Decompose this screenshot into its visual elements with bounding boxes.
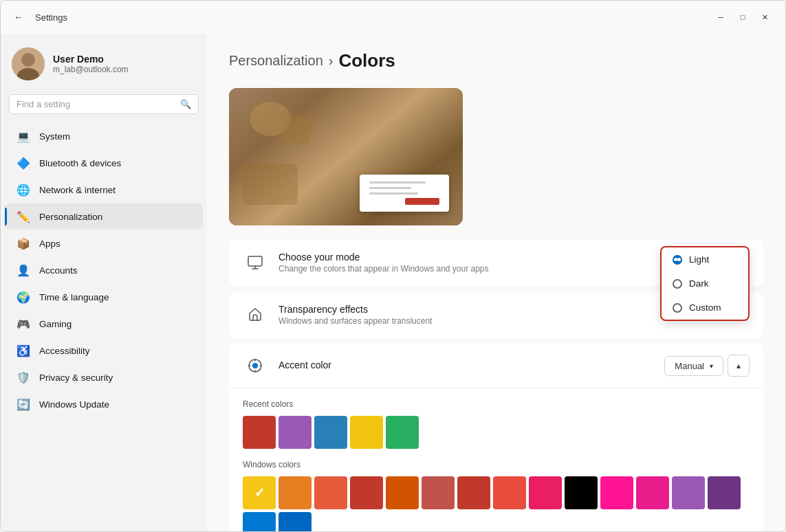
sidebar-label-personalization: Personalization [39,212,102,222]
page-header: Personalization › Colors [229,50,763,71]
sidebar: User Demo m_lab@outlook.com 🔍 💻 System 🔷… [1,34,207,531]
network-icon: 🌐 [16,182,31,197]
mode-option-light[interactable]: Light [662,247,748,271]
windows-color-7[interactable] [493,476,526,509]
mode-dark-label: Dark [689,278,709,289]
content-area: User Demo m_lab@outlook.com 🔍 💻 System 🔷… [1,34,785,531]
sidebar-label-system: System [39,131,70,142]
mode-icon [243,250,268,275]
svg-point-1 [21,53,35,67]
avatar [12,47,45,80]
sidebar-item-time[interactable]: 🌍 Time & language [5,284,203,310]
sidebar-item-accessibility[interactable]: ♿ Accessibility [5,337,203,364]
radio-light [673,255,682,265]
mode-option-dark[interactable]: Dark [662,271,748,296]
sidebar-item-apps[interactable]: 📦 Apps [5,230,203,256]
sidebar-item-network[interactable]: 🌐 Network & internet [5,177,203,203]
nav-list: 💻 System 🔷 Bluetooth & devices 🌐 Network… [1,122,207,418]
sidebar-item-bluetooth[interactable]: 🔷 Bluetooth & devices [5,150,203,176]
sidebar-item-accounts[interactable]: 👤 Accounts [5,257,203,283]
window-title: Settings [35,12,67,23]
svg-rect-3 [248,256,262,266]
recent-color-4[interactable] [386,416,419,449]
windows-color-8[interactable] [529,476,562,509]
sidebar-item-personalization[interactable]: ✏️ Personalization [5,203,203,230]
accent-dropdown-label: Manual [675,361,704,371]
system-icon: 💻 [16,129,31,144]
preview-background [229,88,463,225]
mode-option-custom[interactable]: Custom [662,296,748,320]
breadcrumb-separator: › [329,53,334,69]
user-email: m_lab@outlook.com [53,65,129,74]
windows-color-9[interactable] [565,476,598,509]
windows-color-14[interactable] [243,512,276,531]
title-bar: ← Settings ─ □ ✕ [1,1,785,34]
sidebar-item-gaming[interactable]: 🎮 Gaming [5,311,203,337]
recent-color-2[interactable] [314,416,347,449]
windows-color-13[interactable] [708,476,741,509]
recent-color-3[interactable] [350,416,383,449]
sidebar-item-update[interactable]: 🔄 Windows Update [5,391,203,417]
personalization-icon: ✏️ [16,209,31,224]
windows-color-2[interactable] [314,476,347,509]
recent-colors-swatches [243,416,750,449]
sidebar-label-bluetooth: Bluetooth & devices [39,158,121,168]
accent-controls: Manual ▾ ▴ [664,355,750,377]
accent-body: Recent colors Windows colors ✓ [229,388,763,531]
main-content: Personalization › Colors [207,34,785,531]
windows-color-1[interactable] [279,476,312,509]
minimize-button[interactable]: ─ [711,8,730,27]
search-box[interactable]: 🔍 [9,94,199,114]
recent-color-0[interactable] [243,416,276,449]
user-info: User Demo m_lab@outlook.com [53,54,129,74]
accent-icon [243,353,268,378]
windows-colors-label: Windows colors [243,460,750,469]
sidebar-label-accessibility: Accessibility [39,346,90,356]
windows-color-15[interactable] [279,512,312,531]
search-icon: 🔍 [180,99,191,109]
radio-dark [673,279,682,289]
windows-color-10[interactable] [600,476,633,509]
sidebar-label-update: Windows Update [39,399,109,410]
windows-colors-swatches: ✓ [243,476,750,531]
accent-dropdown-btn[interactable]: Manual ▾ [664,356,723,376]
chevron-down-icon: ▾ [710,362,713,370]
accounts-icon: 👤 [16,263,31,278]
svg-point-5 [252,363,258,368]
chevron-up-icon: ▴ [736,361,741,370]
gaming-icon: 🎮 [16,316,31,331]
title-bar-controls: ─ □ ✕ [711,8,774,27]
recent-color-1[interactable] [279,416,312,449]
user-profile[interactable]: User Demo m_lab@outlook.com [1,39,207,91]
sidebar-label-accounts: Accounts [39,265,78,276]
title-bar-left: ← Settings [9,8,67,27]
windows-color-0[interactable]: ✓ [243,476,276,509]
radio-custom [673,303,682,313]
choose-mode-row: Choose your mode Change the colors that … [229,239,763,286]
maximize-button[interactable]: □ [733,8,752,27]
accent-header: Accent color Manual ▾ ▴ [229,344,763,388]
accent-color-section: Accent color Manual ▾ ▴ Recent colors [229,344,763,531]
windows-color-6[interactable] [457,476,490,509]
sidebar-item-privacy[interactable]: 🛡️ Privacy & security [5,364,203,390]
windows-color-3[interactable] [350,476,383,509]
windows-color-5[interactable] [422,476,455,509]
windows-color-11[interactable] [636,476,669,509]
windows-color-4[interactable] [386,476,419,509]
user-name: User Demo [53,54,129,65]
windows-color-12[interactable] [672,476,705,509]
transparency-icon [243,302,268,327]
sidebar-label-time: Time & language [39,292,109,302]
sidebar-item-system[interactable]: 💻 System [5,123,203,149]
recent-colors-label: Recent colors [243,399,750,409]
sidebar-label-gaming: Gaming [39,319,72,329]
accent-expand-btn[interactable]: ▴ [728,355,750,377]
close-button[interactable]: ✕ [755,8,774,27]
search-input[interactable] [17,99,175,109]
privacy-icon: 🛡️ [16,370,31,385]
accent-title: Accent color [279,359,664,370]
back-button[interactable]: ← [9,8,28,27]
sidebar-label-network: Network & internet [39,185,116,195]
accent-text: Accent color [279,359,664,372]
mode-custom-label: Custom [689,302,721,313]
